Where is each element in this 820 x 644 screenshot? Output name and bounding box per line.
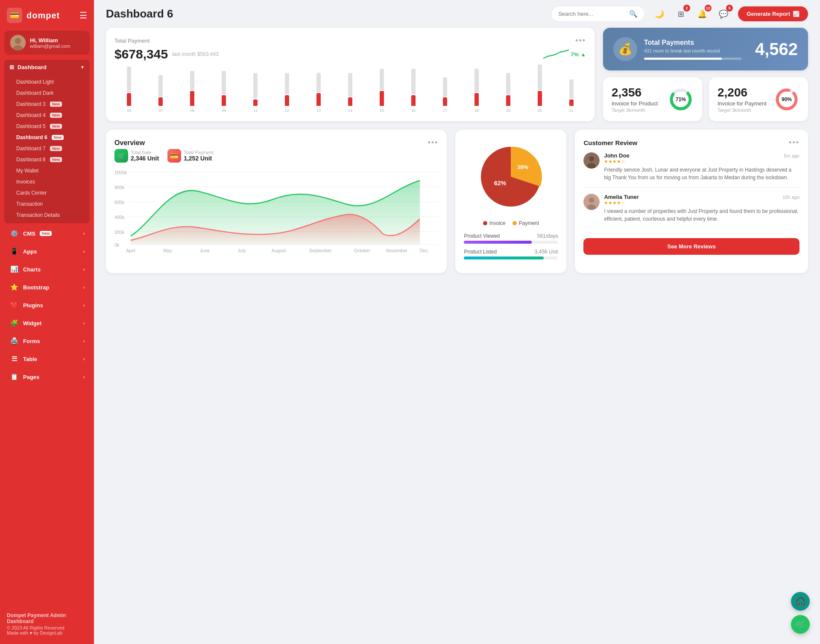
invoice-payment-card: 2,206 Invoice for Payment Target 3k/mont… <box>709 77 808 121</box>
invoice-label: Invoice <box>489 220 506 226</box>
sidebar-header: 💳 dompet ☰ <box>0 0 94 31</box>
more-options-icon[interactable]: ••• <box>428 138 439 147</box>
sidebar-item-dashboard-8[interactable]: Dashboard 8 New <box>4 154 90 165</box>
sidebar-item-cms[interactable]: ⚙️ CMS New › <box>4 225 90 242</box>
sidebar-item-dashboard-dark[interactable]: Dashboard Dark <box>4 87 90 99</box>
invoice-cards-row: 2,356 Invoice for Product Target 3k/mont… <box>603 77 808 121</box>
sidebar-item-dashboard-7[interactable]: Dashboard 7 New <box>4 143 90 154</box>
bar-column <box>178 71 207 106</box>
bar-bottom <box>222 95 226 106</box>
sidebar-item-pages[interactable]: 📋 Pages › <box>4 368 90 385</box>
item-label: Invoices <box>16 179 35 185</box>
sidebar-item-forms[interactable]: 🖨️ Forms › <box>4 332 90 350</box>
see-more-reviews-button[interactable]: See More Reviews <box>583 238 800 255</box>
sidebar-item-bootstrap[interactable]: ⭐ Bootstrap › <box>4 279 90 296</box>
pages-label: Pages <box>23 374 39 380</box>
sidebar-item-dashboard-light[interactable]: Dashboard Light <box>4 76 90 87</box>
sidebar-item-my-wallet[interactable]: My Wallet <box>4 165 90 176</box>
bar-x-label: 21 <box>556 108 586 113</box>
bar-column <box>272 73 302 106</box>
chevron-right-icon: › <box>83 231 85 236</box>
sidebar-item-dashboard-3[interactable]: Dashboard 3 New <box>4 99 90 110</box>
bar-x-label: 13 <box>304 108 334 113</box>
sidebar-footer: Dompet Payment Admin Dashboard © 2023 Al… <box>0 607 94 637</box>
product-viewed-header: Product Viewed 561/days <box>464 233 558 239</box>
sidebar-item-dashboard-5[interactable]: Dashboard 5 New <box>4 121 90 132</box>
apps-button[interactable]: ⊞ 2 <box>673 6 688 22</box>
review-stars-1: ★★★★☆ <box>604 159 800 164</box>
item-label: Dashboard 4 <box>16 112 46 118</box>
star-icon: ⭐ <box>9 283 19 292</box>
payment-icon: 💳 <box>167 149 181 163</box>
sidebar-item-plugins[interactable]: ❤️ Plugins › <box>4 297 90 314</box>
sidebar-item-apps[interactable]: 📱 Apps › <box>4 243 90 260</box>
sidebar-item-dashboard-6[interactable]: Dashboard 6 New <box>4 132 90 143</box>
review-header: Customer Review ••• <box>583 138 800 147</box>
bar-column <box>462 69 491 106</box>
search-input[interactable] <box>558 11 626 17</box>
sidebar-item-table[interactable]: ☰ Table › <box>4 350 90 367</box>
bar-top <box>127 67 131 92</box>
sidebar-item-invoices[interactable]: Invoices <box>4 176 90 187</box>
bar-bottom <box>316 93 321 106</box>
generate-report-button[interactable]: Generate Report 📈 <box>738 6 808 21</box>
dashboard-nav-group[interactable]: ⊞ Dashboard ▼ Dashboard Light Dashboard … <box>4 60 90 223</box>
product-viewed-stat: Product Viewed 561/days <box>464 233 558 244</box>
review-title: Customer Review <box>583 139 637 146</box>
messages-button[interactable]: 💬 5 <box>716 6 731 22</box>
notifications-button[interactable]: 🔔 12 <box>694 6 710 22</box>
bar-column <box>336 73 365 106</box>
pie-legend-payment: Payment <box>512 220 539 226</box>
user-email: william@gmail.com <box>30 44 70 49</box>
more-options-icon[interactable]: ••• <box>789 138 800 147</box>
new-badge: New <box>50 102 62 107</box>
trend-up-icon: ▲ <box>580 51 586 58</box>
review-time-2: 10h ago <box>782 195 800 200</box>
sidebar-item-transaction-details[interactable]: Transaction Details <box>4 210 90 221</box>
bar-x-label: 20 <box>525 108 554 113</box>
topbar: Dashboard 6 🔍 🌙 ⊞ 2 🔔 12 💬 5 Generate Re… <box>94 0 820 28</box>
bar-column <box>209 71 239 106</box>
total-payments-blue-card: 💰 Total Payments 431 more to break last … <box>603 28 808 70</box>
cms-label: CMS <box>23 230 35 237</box>
sidebar-item-widget[interactable]: 🧩 Widget › <box>4 315 90 332</box>
search-bar[interactable]: 🔍 <box>551 6 645 22</box>
sidebar-item-dashboard-4[interactable]: Dashboard 4 New <box>4 110 90 121</box>
wallet-icon: 💰 <box>613 37 637 61</box>
review-avatar-1 <box>583 152 600 169</box>
inv-payment-row: 2,206 Invoice for Payment Target 3k/mont… <box>718 86 800 113</box>
bar-column <box>367 69 397 106</box>
support-floating-button[interactable]: 🎧 <box>791 592 810 611</box>
product-viewed-bar <box>464 241 531 244</box>
generate-report-label: Generate Report <box>747 11 790 17</box>
footer-brand: Dompet Payment Admin Dashboard <box>7 612 87 624</box>
sidebar-item-transaction[interactable]: Transaction <box>4 198 90 210</box>
review-item-2: Amelia Tuner 10h ago ★★★★☆ I viewed a nu… <box>583 194 800 229</box>
review-item-1: John Doe 5m ago ★★★★☆ Friendly service J… <box>583 152 800 188</box>
sidebar-item-charts[interactable]: 📊 Charts › <box>4 261 90 278</box>
new-badge: New <box>50 113 62 118</box>
hamburger-icon[interactable]: ☰ <box>79 10 87 20</box>
item-label: Dashboard Light <box>16 79 54 85</box>
item-label: Dashboard 5 <box>16 123 46 129</box>
bar-top <box>253 73 258 99</box>
user-profile[interactable]: Hi, William william@gmail.com <box>4 31 90 55</box>
svg-text:Dec.: Dec. <box>420 248 429 253</box>
product-listed-stat: Product Listed 3,456 Unit <box>464 249 558 259</box>
payment-trend: 7% ▲ <box>543 48 586 61</box>
cart-floating-button[interactable]: 🛒 <box>791 615 810 634</box>
theme-toggle-button[interactable]: 🌙 <box>652 6 667 22</box>
bar-column <box>114 67 144 106</box>
tp-progress-bar <box>644 58 722 60</box>
more-options-icon[interactable]: ••• <box>575 36 586 45</box>
chevron-right-icon: › <box>83 285 85 290</box>
item-label: Dashboard 6 <box>16 134 47 140</box>
dashboard-submenu: Dashboard Light Dashboard Dark Dashboard… <box>4 75 90 223</box>
payment-last-month: last month $563,443 <box>172 51 219 57</box>
bar-top <box>285 73 289 94</box>
payment-bar-chart <box>114 67 586 106</box>
messages-badge: 5 <box>726 5 733 12</box>
sidebar-item-cards-center[interactable]: Cards Center <box>4 187 90 198</box>
dashboard-group-header[interactable]: ⊞ Dashboard ▼ <box>4 60 90 75</box>
user-name: Hi, William <box>30 37 70 44</box>
